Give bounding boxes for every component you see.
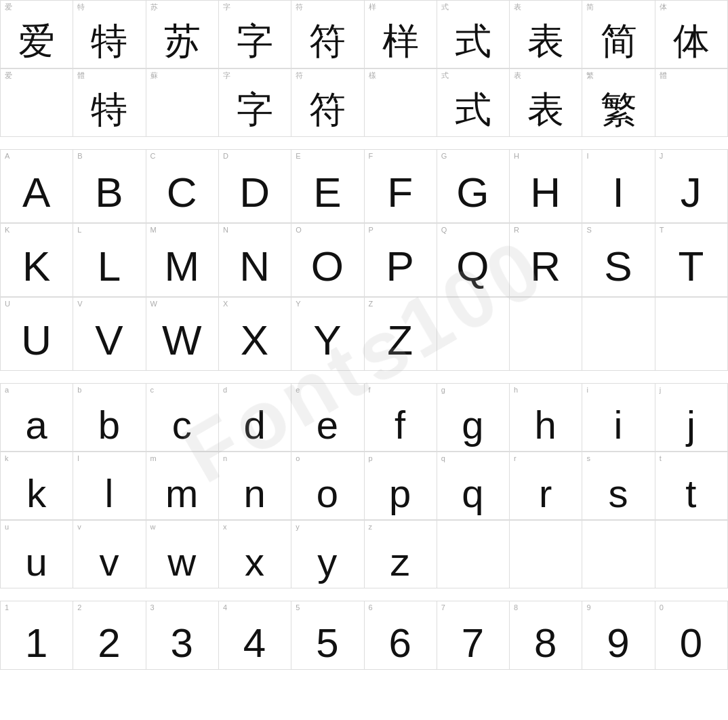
section-gap-3 <box>0 588 728 601</box>
cell-character: 表 <box>527 91 564 127</box>
cell-character: P <box>386 245 414 287</box>
grid-cell: rr <box>510 452 582 520</box>
cell-character: B <box>95 172 123 214</box>
cell-character: H <box>530 172 561 214</box>
cell-character: l <box>105 474 115 513</box>
cell-label: 样 <box>369 3 376 11</box>
grid-cell: 55 <box>291 601 364 670</box>
cell-character: 5 <box>316 623 339 664</box>
cell-character: V <box>95 319 123 361</box>
number-row: 11223344556677889900 <box>0 601 728 670</box>
cell-label: L <box>77 226 81 234</box>
cell-character: I <box>612 172 624 214</box>
cell-label: 0 <box>660 604 664 612</box>
cell-character: a <box>26 405 48 445</box>
grid-cell: WW <box>146 298 219 371</box>
cell-label: M <box>150 226 157 234</box>
cell-character: U <box>21 319 52 361</box>
grid-cell: dd <box>219 384 291 452</box>
grid-cell: 99 <box>582 601 655 670</box>
cell-label: 蘇 <box>150 72 158 79</box>
grid-cell: 苏苏 <box>146 1 219 68</box>
cell-label: Z <box>369 300 373 308</box>
cell-character: v <box>99 542 119 582</box>
cell-character: y <box>317 542 338 582</box>
cell-label: I <box>586 153 588 160</box>
lowercase-row3: uuvvwwxxyyzz <box>0 520 728 588</box>
cell-label: 式 <box>441 3 449 11</box>
cell-label: 苏 <box>150 3 158 11</box>
grid-cell: 33 <box>146 601 219 670</box>
grid-cell: uu <box>1 521 73 588</box>
cell-label: d <box>223 386 227 394</box>
cell-label: X <box>223 300 228 308</box>
cell-character: 符 <box>309 91 346 127</box>
grid-cell: 爱爱 <box>1 1 73 68</box>
cell-label: B <box>77 153 82 160</box>
cell-label: R <box>514 226 519 234</box>
cell-label: o <box>296 455 300 462</box>
cell-label: 體 <box>660 72 667 79</box>
cell-character: s <box>609 474 629 513</box>
cell-label: 符 <box>296 3 303 11</box>
cell-label: H <box>514 153 519 160</box>
cell-label: 繁 <box>586 72 594 79</box>
cell-character: c <box>172 405 193 445</box>
cell-label: s <box>586 455 590 462</box>
cell-label: 2 <box>77 604 81 612</box>
grid-cell: 66 <box>365 601 437 670</box>
cell-label: y <box>296 523 300 531</box>
grid-cell: CC <box>146 150 219 223</box>
cell-label: f <box>369 386 371 394</box>
cell-character: F <box>387 172 413 214</box>
cell-character: 2 <box>98 623 121 664</box>
cell-character: 字 <box>237 91 273 127</box>
grid-cell: 體 <box>655 69 728 137</box>
grid-cell: 式式 <box>437 69 510 137</box>
grid-cell <box>655 521 728 588</box>
cell-character: n <box>243 474 266 513</box>
cell-character: O <box>311 245 344 287</box>
grid-cell <box>510 298 582 371</box>
grid-cell: VV <box>73 298 146 371</box>
cell-character: 苏 <box>164 22 201 59</box>
cell-character: w <box>167 542 197 582</box>
cell-character: u <box>26 542 48 582</box>
cell-label: 4 <box>223 604 227 612</box>
grid-cell: PP <box>365 224 437 297</box>
cell-label: e <box>296 386 300 394</box>
cell-label: J <box>660 153 664 160</box>
cell-character: f <box>395 405 406 445</box>
cell-label: C <box>150 153 156 160</box>
grid-cell: 简简 <box>582 1 655 68</box>
cell-label: 9 <box>586 604 590 612</box>
cell-label: h <box>514 386 518 394</box>
cell-label: l <box>77 455 79 462</box>
grid-cell: jj <box>655 384 728 452</box>
cell-character: 7 <box>462 623 485 664</box>
cell-character: 0 <box>680 623 703 664</box>
grid-cell: ff <box>365 384 437 452</box>
cell-label: 7 <box>441 604 445 612</box>
cell-label: c <box>150 386 155 394</box>
cell-character: 9 <box>607 623 630 664</box>
grid-cell: JJ <box>655 150 728 223</box>
cell-character: W <box>162 319 203 361</box>
cell-character: K <box>22 245 51 287</box>
section-gap-1 <box>0 137 728 149</box>
grid-cell: kk <box>1 452 73 520</box>
grid-cell <box>437 521 510 588</box>
grid-cell: LL <box>73 224 146 297</box>
grid-cell: UU <box>1 298 73 371</box>
cell-label: q <box>441 455 445 462</box>
grid-cell: ZZ <box>365 298 437 371</box>
cell-label: b <box>77 386 81 394</box>
cell-label: 字 <box>223 72 230 79</box>
grid-cell: xx <box>219 521 291 588</box>
cell-character: x <box>245 542 265 582</box>
cell-label: u <box>5 523 9 531</box>
cell-character: R <box>530 245 561 287</box>
cell-label: U <box>5 300 10 308</box>
grid-cell: 字字 <box>219 1 291 68</box>
grid-cell: 特特 <box>73 1 146 68</box>
